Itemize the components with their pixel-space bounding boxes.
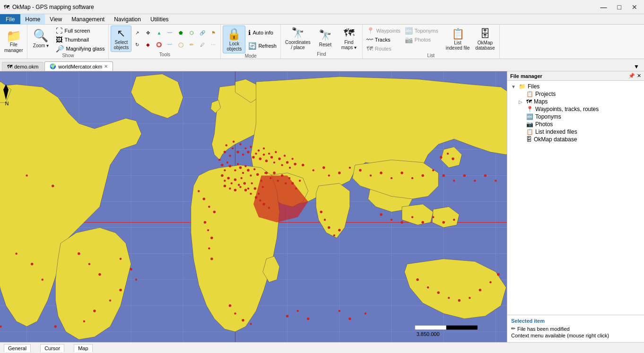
fm-close-btn[interactable]: ✕ bbox=[637, 73, 641, 79]
file-manager-btn[interactable]: 📁 Filemanager bbox=[2, 28, 25, 55]
title-bar-controls[interactable]: — □ ✕ bbox=[598, 2, 640, 12]
move-btn[interactable]: ✥ bbox=[143, 27, 153, 39]
shape-btn1[interactable]: ⬟ bbox=[175, 27, 186, 39]
svg-text:N: N bbox=[5, 101, 9, 106]
menu-view[interactable]: View bbox=[45, 14, 67, 24]
auto-info-btn[interactable]: ℹ Auto info bbox=[246, 28, 278, 37]
svg-point-177 bbox=[307, 318, 310, 320]
pin-btn[interactable]: 📌 bbox=[628, 73, 635, 79]
tree-item-list-indexed[interactable]: 📋 List indexed files bbox=[519, 128, 640, 136]
routes-label: Routes bbox=[375, 46, 392, 52]
svg-point-108 bbox=[98, 273, 101, 276]
tab-demo[interactable]: 🗺 demo.okm bbox=[2, 62, 44, 71]
pointer-btn[interactable]: ↗ bbox=[132, 27, 142, 39]
select-objects-btn[interactable]: ↖ Selectobjects bbox=[111, 26, 131, 52]
line-btn[interactable]: 〰 bbox=[165, 39, 175, 51]
svg-point-115 bbox=[83, 320, 85, 322]
fullscreen-btn[interactable]: ⛶ Full screen bbox=[54, 26, 106, 35]
pencil-btn[interactable]: ◆ bbox=[143, 39, 153, 51]
edit-btn[interactable]: ✏ bbox=[186, 39, 197, 51]
refresh-label: Refresh bbox=[258, 43, 277, 49]
select-objects-label: Selectobjects bbox=[114, 40, 129, 50]
poly-icon: ⬡ bbox=[190, 30, 194, 36]
svg-point-62 bbox=[247, 169, 250, 172]
svg-point-175 bbox=[286, 315, 289, 318]
zoom-label: Zoom ▾ bbox=[33, 43, 49, 49]
reset-label: Reset bbox=[319, 42, 331, 48]
find-maps-btn[interactable]: 🗺 Findmaps ▾ bbox=[338, 26, 360, 51]
minimize-btn[interactable]: — bbox=[598, 2, 610, 12]
okmap-database-btn[interactable]: 🗄 OkMapdatabase bbox=[473, 26, 497, 52]
tools-group-label: Tools bbox=[111, 52, 218, 58]
menu-navigation[interactable]: Navigation bbox=[109, 14, 146, 24]
svg-point-71 bbox=[231, 182, 233, 184]
tabs-dropdown-btn[interactable]: ▼ bbox=[631, 62, 642, 71]
coordinates-btn[interactable]: 🔭 Coordinates/ place bbox=[283, 26, 313, 51]
routes-list-btn[interactable]: 🗺 Routes bbox=[365, 44, 402, 53]
svg-point-142 bbox=[448, 297, 450, 299]
tracks-list-btn[interactable]: 〰 Tracks bbox=[365, 35, 402, 44]
lock-objects-btn[interactable]: 🔒 Lockobjects bbox=[223, 26, 245, 53]
extra-icon: ⋯ bbox=[211, 42, 216, 48]
pencil-icon: ◆ bbox=[146, 42, 150, 48]
svg-point-126 bbox=[400, 172, 403, 174]
reset-btn[interactable]: 🔭 Reset bbox=[314, 26, 337, 51]
tree-item-okmap-db[interactable]: 🗄 OkMap database bbox=[519, 136, 640, 143]
svg-point-40 bbox=[268, 153, 270, 155]
photos-list-btn[interactable]: 📷 Photos bbox=[403, 35, 441, 44]
svg-point-157 bbox=[324, 219, 326, 221]
svg-point-172 bbox=[339, 310, 340, 312]
svg-point-94 bbox=[239, 186, 241, 188]
thumbnail-btn[interactable]: 🖼 Thumbnail bbox=[54, 35, 106, 44]
extra-btn[interactable]: ⋯ bbox=[208, 39, 218, 51]
list-indexed-file-btn[interactable]: 📋 Listindexed file bbox=[444, 26, 472, 52]
svg-point-85 bbox=[281, 174, 284, 177]
close-btn[interactable]: ✕ bbox=[629, 2, 640, 12]
map-container[interactable]: 3.850.000 N bbox=[0, 71, 507, 342]
poly-btn[interactable]: ⬡ bbox=[186, 27, 197, 39]
svg-point-128 bbox=[421, 174, 424, 177]
svg-point-45 bbox=[278, 157, 281, 160]
waypoint-add-btn[interactable]: ▲ bbox=[154, 27, 164, 39]
status-tab-general[interactable]: General bbox=[4, 344, 31, 352]
connect-btn[interactable]: 🔗 bbox=[197, 27, 208, 39]
svg-point-161 bbox=[204, 221, 207, 224]
rotate-btn[interactable]: ↻ bbox=[132, 39, 142, 51]
tree-item-maps[interactable]: ▷ 🗺 Maps bbox=[519, 98, 640, 105]
tab-world-close[interactable]: ✕ bbox=[104, 64, 108, 69]
svg-point-51 bbox=[294, 163, 296, 165]
select-objects-icon: ↖ bbox=[117, 27, 125, 40]
map-canvas: 3.850.000 N bbox=[0, 71, 507, 342]
menu-utilities[interactable]: Utilities bbox=[146, 14, 174, 24]
status-tab-map[interactable]: Map bbox=[74, 344, 92, 352]
maximize-btn[interactable]: □ bbox=[615, 2, 624, 12]
refresh-btn[interactable]: 🔄 Refresh bbox=[246, 42, 278, 50]
svg-point-168 bbox=[242, 319, 244, 322]
menu-management[interactable]: Management bbox=[67, 14, 109, 24]
track-draw-btn[interactable]: 〰 bbox=[165, 27, 175, 39]
tree-item-projects[interactable]: 📋 Projects bbox=[519, 90, 640, 98]
magnifying-glass-btn[interactable]: 🔎 Magnifying glass bbox=[54, 44, 106, 53]
auto-info-icon: ℹ bbox=[248, 29, 251, 36]
arc-btn[interactable]: ◯ bbox=[175, 39, 186, 51]
menu-file[interactable]: File bbox=[0, 14, 20, 24]
svg-point-87 bbox=[288, 177, 290, 179]
menu-home[interactable]: Home bbox=[20, 14, 45, 24]
status-tab-cursor[interactable]: Cursor bbox=[40, 344, 64, 352]
tree-item-toponyms[interactable]: 🔤 Toponyms bbox=[519, 113, 640, 121]
tree-item-waypoints[interactable]: 📍 Waypoints, tracks, routes bbox=[519, 105, 640, 113]
zoom-btn[interactable]: 🔍 Zoom ▾ bbox=[29, 26, 52, 51]
circle-btn[interactable]: ⭕ bbox=[154, 39, 164, 51]
svg-point-65 bbox=[256, 173, 259, 176]
waypoints-list-btn[interactable]: 📍 Waypoints bbox=[365, 26, 402, 35]
flag-btn[interactable]: ⚑ bbox=[208, 27, 218, 39]
tree-item-photos[interactable]: 📷 Photos bbox=[519, 121, 640, 128]
svg-point-146 bbox=[489, 281, 491, 283]
svg-point-106 bbox=[78, 252, 80, 255]
toponyms-list-btn[interactable]: 🔤 Toponyms bbox=[403, 26, 441, 35]
svg-point-36 bbox=[258, 149, 260, 151]
list-indexed-label: Listindexed file bbox=[446, 40, 470, 51]
tab-world[interactable]: 🌍 worldMercator.okm ✕ bbox=[44, 61, 113, 71]
text-btn[interactable]: 🖊 bbox=[197, 39, 208, 51]
tree-root-files[interactable]: ▼ 📁 Files bbox=[511, 83, 640, 90]
